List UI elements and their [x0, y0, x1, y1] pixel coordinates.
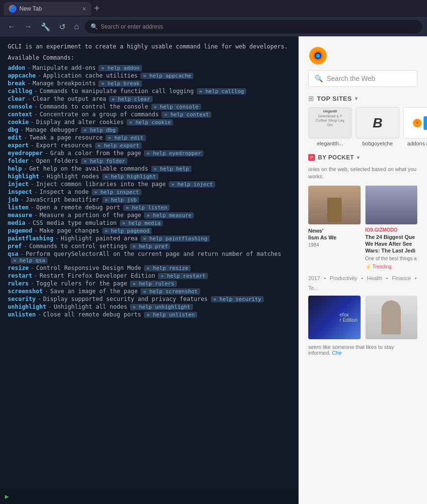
cmd-help-listen[interactable]: » help listen — [123, 205, 170, 211]
cmd-help-jsb[interactable]: » help jsb — [102, 197, 139, 203]
cmd-name-inspect[interactable]: inspect — [8, 189, 32, 195]
article-title-2: The 24 Biggest QueWe Have After SeeWars:… — [365, 234, 418, 254]
article-badge-2: ⚡ Trending — [365, 264, 392, 269]
cmd-help-edit[interactable]: » help edit — [106, 135, 146, 141]
article-card-2[interactable]: IO9.GIZMODO The 24 Biggest QueWe Have Af… — [365, 186, 418, 270]
tab-close-button[interactable]: × — [82, 5, 86, 13]
cmd-name-security[interactable]: security — [8, 296, 36, 302]
article-year-1: 1984 — [308, 242, 361, 248]
cmd-help-appcache[interactable]: » help appcache — [141, 73, 193, 79]
cmd-name-resize[interactable]: resize — [8, 265, 29, 271]
cmd-help-paintflashing[interactable]: » help paintflashing — [141, 236, 209, 242]
cmd-help-restart[interactable]: » help restart — [158, 273, 208, 279]
cmd-help-media[interactable]: » help media — [120, 220, 163, 226]
pocket-note-link[interactable]: Che — [332, 350, 342, 356]
cmd-help-rulers[interactable]: » help rulers — [130, 281, 176, 287]
cmd-name-measure[interactable]: measure — [8, 212, 32, 219]
cmd-name-folder[interactable]: folder — [8, 158, 29, 164]
tools-button[interactable]: 🔧 — [38, 20, 53, 33]
cmd-help-resize[interactable]: » help resize — [144, 265, 190, 271]
tag-tech[interactable]: Te... — [308, 285, 318, 291]
cmd-name-rulers[interactable]: rulers — [8, 280, 29, 287]
cmd-help-dbg[interactable]: » help dbg — [81, 127, 118, 133]
article-card-3[interactable]: efoxr Edition — [308, 296, 361, 339]
browser-tab[interactable]: New Tab × — [4, 2, 91, 16]
cmd-name-help[interactable]: help — [8, 165, 22, 172]
cmd-help-clear[interactable]: » help clear — [109, 96, 152, 102]
cmd-name-cookie[interactable]: cookie — [8, 119, 29, 126]
tag-finance[interactable]: Finance — [392, 275, 411, 281]
cmd-help-calllog[interactable]: » help calllog — [197, 88, 247, 94]
site-tile-addons[interactable]: 🦊 🧩 addons.mozilla — [403, 107, 427, 146]
cmd-name-unhighlight[interactable]: unhighlight — [8, 303, 46, 310]
cmd-name-edit[interactable]: edit — [8, 134, 22, 141]
cmd-help-highlight[interactable]: » help highlight — [102, 173, 158, 180]
cmd-name-jsb[interactable]: jsb — [8, 196, 18, 203]
cmd-name-qsa[interactable]: qsa — [8, 251, 18, 257]
cmd-help-cookie[interactable]: » help cookie — [127, 119, 173, 126]
cmd-help-break[interactable]: » help break — [98, 80, 142, 87]
cmd-name-export[interactable]: export — [8, 142, 29, 149]
cmd-help-inject[interactable]: » help inject — [169, 181, 215, 188]
cmd-help-security[interactable]: » help security — [211, 296, 264, 302]
cmd-name-pagemod[interactable]: pagemod — [8, 227, 32, 234]
cmd-row-unlisten: unlisten - Close all remote debug ports»… — [8, 311, 291, 318]
cmd-name-paintflashing[interactable]: paintflashing — [8, 235, 53, 242]
cmd-help-pref[interactable]: » help pref — [130, 243, 170, 250]
cmd-help-addon[interactable]: » help addon — [98, 65, 142, 71]
cmd-name-eyedropper[interactable]: eyedropper — [8, 150, 43, 157]
tab-title: New Tab — [19, 5, 42, 12]
pocket-toggle[interactable]: ▾ — [357, 154, 360, 161]
cmd-help-help[interactable]: » help help — [151, 166, 191, 172]
cmd-name-break[interactable]: break — [8, 80, 25, 87]
search-box[interactable]: 🔍 Search the Web — [308, 70, 417, 87]
cmd-name-inject[interactable]: inject — [8, 181, 29, 188]
site-tile-bongoyetche[interactable]: B bobgoyetche — [356, 107, 399, 146]
cmd-help-console[interactable]: » help console — [151, 104, 201, 110]
cmd-name-context[interactable]: context — [8, 111, 32, 118]
site-tile-elegantthemes[interactable]: elegantit Download a TCoffee Shop LayDiv… — [308, 107, 352, 146]
cmd-name-appcache[interactable]: appcache — [8, 72, 36, 79]
cmd-name-unlisten[interactable]: unlisten — [8, 311, 36, 318]
cmd-help-unhighlight[interactable]: » help unhighlight — [130, 304, 192, 310]
cmd-help-unlisten[interactable]: » help unlisten — [144, 312, 197, 318]
cmd-desc-export: Export resources — [36, 142, 93, 149]
cmd-dash: - — [34, 212, 38, 219]
cmd-help-screenshot[interactable]: » help screenshot — [141, 288, 200, 295]
cmd-help-folder[interactable]: » help folder — [81, 158, 127, 164]
cmd-name-restart[interactable]: restart — [8, 272, 32, 279]
cmd-desc-dbg: Manage debugger — [26, 126, 78, 133]
tag-productivity[interactable]: Productivity — [330, 275, 357, 281]
cmd-name-media[interactable]: media — [8, 220, 25, 226]
back-button[interactable]: ← — [5, 20, 18, 33]
cmd-name-clear[interactable]: clear — [8, 95, 25, 102]
new-tab-button[interactable]: + — [94, 3, 100, 14]
cmd-help-qsa[interactable]: » help qsa — [11, 257, 47, 264]
cmd-help-inspect[interactable]: » help inspect — [92, 189, 142, 195]
cmd-help-eyedropper[interactable]: » help eyedropper — [144, 150, 204, 157]
cmd-help-measure[interactable]: » help measure — [144, 212, 194, 219]
cmd-name-addon[interactable]: addon — [8, 64, 25, 71]
forward-button[interactable]: → — [21, 20, 35, 33]
cmd-dash: - — [31, 181, 34, 188]
tag-year[interactable]: 2017 — [308, 275, 320, 281]
cmd-name-console[interactable]: console — [8, 103, 32, 110]
top-sites-toggle[interactable]: ▾ — [355, 95, 358, 102]
cmd-name-dbg[interactable]: dbg — [8, 126, 18, 133]
address-bar[interactable]: 🔍 Search or enter address — [85, 20, 422, 33]
refresh-button[interactable]: ↺ — [56, 20, 68, 33]
cmd-name-calllog[interactable]: calllog — [8, 88, 32, 94]
cmd-name-screenshot[interactable]: screenshot — [8, 288, 43, 295]
cmd-name-highlight[interactable]: highlight — [8, 173, 39, 180]
article-card-4[interactable] — [365, 296, 418, 339]
article-card-1[interactable]: News'lism As We 1984 — [308, 186, 361, 270]
cmd-name-pref[interactable]: pref — [8, 243, 22, 250]
cmd-help-context[interactable]: » help context — [161, 111, 211, 118]
cmd-help-export[interactable]: » help export — [95, 142, 142, 149]
svg-point-3 — [316, 54, 320, 58]
tag-health[interactable]: Health — [367, 275, 382, 281]
cmd-desc-unlisten: Close all remote debug ports — [43, 311, 141, 318]
home-button[interactable]: ⌂ — [71, 20, 82, 33]
cmd-help-pagemod[interactable]: » help pagemod — [102, 228, 152, 234]
cmd-name-listen[interactable]: listen — [8, 204, 29, 211]
